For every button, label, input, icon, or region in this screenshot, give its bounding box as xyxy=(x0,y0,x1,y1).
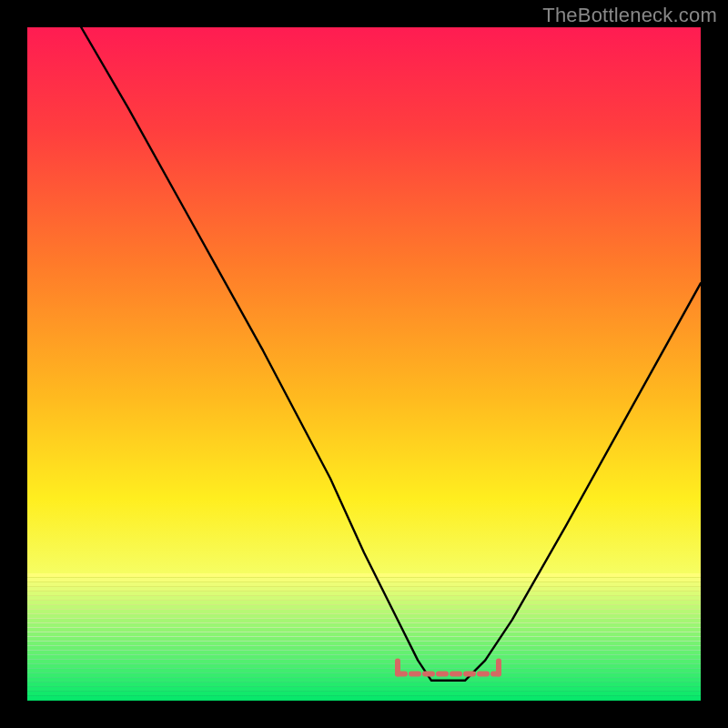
plot-area xyxy=(27,27,701,701)
chart-frame: TheBottleneck.com xyxy=(0,0,728,728)
bottleneck-curve xyxy=(81,27,701,681)
watermark-text: TheBottleneck.com xyxy=(542,4,717,27)
curve-layer xyxy=(27,27,701,701)
